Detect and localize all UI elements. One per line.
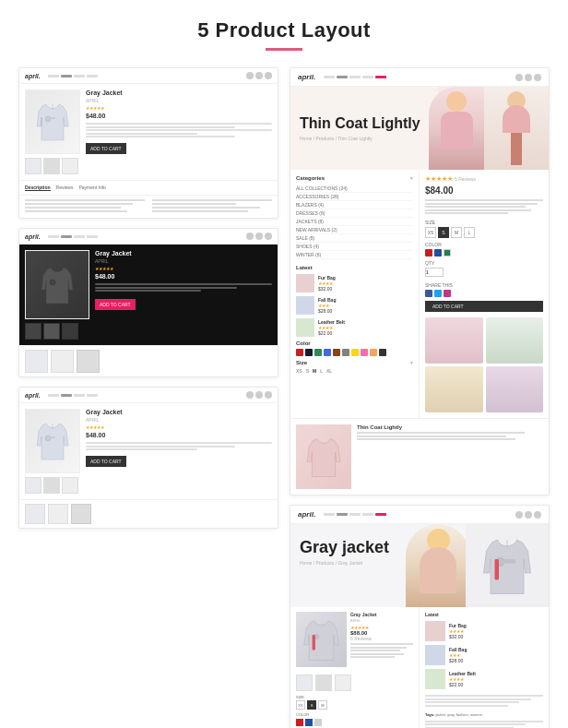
- color-2-red[interactable]: [296, 719, 303, 726]
- desc-lines-3: [86, 442, 272, 450]
- color-swatch-green[interactable]: [314, 349, 322, 356]
- twitter-icon[interactable]: [434, 290, 442, 297]
- product-thumb-extra-1[interactable]: [25, 350, 48, 373]
- wishlist-icon-large-2[interactable]: [525, 511, 532, 519]
- size-opt-m[interactable]: M: [451, 227, 462, 238]
- search-icon-3[interactable]: [246, 391, 254, 399]
- category-item[interactable]: JACKETS (8): [296, 218, 413, 226]
- category-item[interactable]: WINTER (8): [296, 251, 413, 259]
- color-swatch-black[interactable]: [379, 349, 386, 356]
- cart-icon-3[interactable]: [255, 391, 263, 399]
- product-images-1: [25, 90, 80, 174]
- menu-icon-2[interactable]: [265, 233, 272, 240]
- product-thumb-g[interactable]: [25, 504, 45, 524]
- thumb-bottom-3[interactable]: [335, 674, 351, 691]
- thumbnail-1[interactable]: [25, 158, 41, 174]
- product-thumb-h[interactable]: [48, 504, 68, 524]
- color-swatch-yellow[interactable]: [351, 349, 359, 356]
- tab-payment[interactable]: Payment Info: [78, 185, 105, 191]
- color-swatch-red[interactable]: [296, 349, 303, 356]
- thumbnail-2[interactable]: [43, 158, 60, 174]
- add-to-cart-large-1[interactable]: ADD TO CART: [425, 301, 543, 312]
- hero-blonde-model: [406, 524, 470, 607]
- category-item[interactable]: ACCESSORIES (28): [296, 193, 413, 201]
- category-item[interactable]: NEW ARRIVALS (2): [296, 226, 413, 234]
- thumbnail-a[interactable]: [25, 323, 41, 340]
- tab-description[interactable]: Description: [25, 185, 51, 191]
- menu-icon-large-2[interactable]: [534, 511, 541, 519]
- color-right-blue[interactable]: [434, 249, 442, 257]
- size-opt-xs[interactable]: XS: [425, 227, 436, 238]
- category-item[interactable]: DRESSES (8): [296, 209, 413, 218]
- thumb-bottom-1[interactable]: [296, 674, 313, 691]
- search-icon-large-1[interactable]: [515, 74, 523, 81]
- size-toggle[interactable]: ▾: [410, 360, 413, 365]
- size-m-2[interactable]: M: [318, 700, 327, 710]
- size-l[interactable]: L: [320, 368, 323, 374]
- cart-icon-2[interactable]: [255, 233, 263, 240]
- search-icon[interactable]: [246, 72, 254, 79]
- left-column: april.: [18, 67, 278, 728]
- category-item[interactable]: ALL COLLECTIONS (24): [296, 185, 413, 193]
- stars-1: ★★★★★: [86, 105, 272, 111]
- desc-lines-1: [86, 123, 272, 137]
- product-name-1: Gray Jacket: [86, 90, 272, 96]
- thumbnail-f[interactable]: [62, 477, 78, 494]
- color-swatch-brown[interactable]: [333, 349, 340, 356]
- menu-icon-3[interactable]: [265, 391, 272, 399]
- cart-icon[interactable]: [255, 72, 263, 79]
- desc-line: [86, 136, 235, 137]
- thumb-bottom-2[interactable]: [315, 674, 332, 691]
- product-thumb-extra-3[interactable]: [77, 350, 100, 373]
- categories-toggle[interactable]: ▾: [410, 175, 413, 181]
- size-m[interactable]: M: [313, 368, 316, 374]
- thumbnail-3[interactable]: [62, 158, 78, 174]
- color-right-green[interactable]: [444, 249, 451, 257]
- product-tabs-1: Description Reviews Payment Info: [19, 180, 278, 195]
- color-right-red[interactable]: [425, 249, 432, 257]
- search-icon-large-2[interactable]: [515, 511, 523, 519]
- color-2-blue[interactable]: [305, 719, 313, 726]
- wishlist-icon-large-1[interactable]: [525, 74, 532, 81]
- color-2-gray[interactable]: [314, 719, 322, 726]
- size-s-2[interactable]: S: [307, 700, 316, 710]
- product-thumb-i[interactable]: [71, 504, 91, 524]
- instagram-icon[interactable]: [444, 290, 451, 297]
- table-line: [152, 203, 236, 205]
- hero-text-1: Thin Coat Lightly Home / Products / Thin…: [300, 115, 420, 141]
- thumbnail-c[interactable]: [62, 323, 78, 340]
- color-swatch-navy[interactable]: [305, 349, 313, 356]
- size-opt-s[interactable]: S: [438, 227, 449, 238]
- size-opt-l[interactable]: L: [464, 227, 475, 238]
- category-item[interactable]: SALE (8): [296, 234, 413, 243]
- size-xs-2[interactable]: XS: [296, 700, 305, 710]
- desc-l: [425, 212, 508, 214]
- add-to-cart-btn-1[interactable]: ADD TO CART: [86, 143, 126, 154]
- size-xs[interactable]: XS: [296, 368, 302, 374]
- product-jacket-svg-2b: [301, 615, 342, 665]
- color-swatch-tan[interactable]: [370, 349, 377, 356]
- desc-l: [425, 203, 538, 205]
- category-item[interactable]: BLAZERS (4): [296, 201, 413, 209]
- thumbnail-d[interactable]: [25, 477, 41, 494]
- thumbnail-b[interactable]: [43, 323, 60, 340]
- nav-dot-blog-2: [349, 513, 361, 516]
- jacket-svg-3: [35, 418, 70, 464]
- add-to-cart-btn-2[interactable]: ADD TO CART: [95, 299, 136, 310]
- latest-2-img-1: [425, 621, 445, 641]
- quantity-input-1[interactable]: [425, 268, 444, 277]
- search-icon-2[interactable]: [246, 233, 254, 240]
- category-item[interactable]: SHOES (4): [296, 243, 413, 251]
- tab-reviews[interactable]: Reviews: [56, 185, 74, 191]
- size-s[interactable]: S: [306, 368, 309, 374]
- product-thumb-extra-2[interactable]: [51, 350, 74, 373]
- menu-icon-large-1[interactable]: [534, 74, 541, 81]
- size-xl[interactable]: XL: [326, 368, 332, 374]
- color-swatch-gray[interactable]: [342, 349, 349, 356]
- color-swatch-blue[interactable]: [324, 349, 331, 356]
- thumbnail-e[interactable]: [43, 477, 60, 494]
- facebook-icon[interactable]: [425, 290, 432, 297]
- menu-icon[interactable]: [265, 72, 272, 79]
- color-swatch-pink[interactable]: [361, 349, 368, 356]
- add-to-cart-btn-3[interactable]: ADD TO CART: [86, 456, 126, 467]
